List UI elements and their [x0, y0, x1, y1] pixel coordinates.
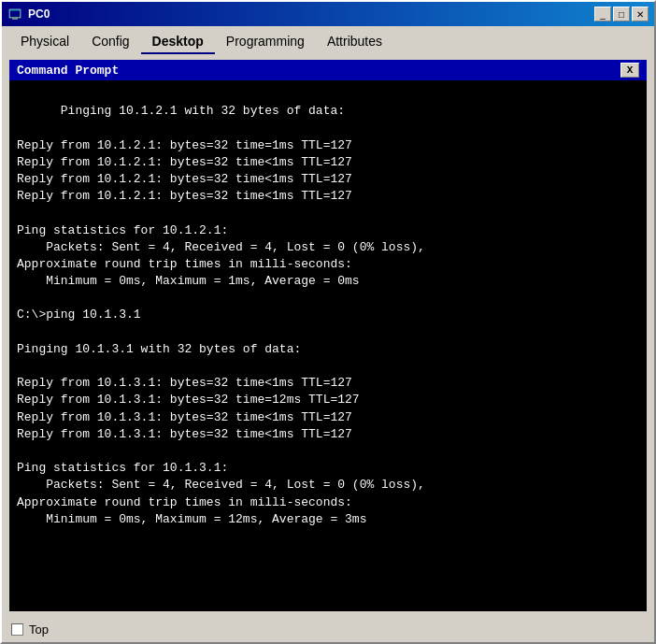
window-controls: _ □ ✕: [594, 7, 649, 21]
tab-bar: Physical Config Desktop Programming Attr…: [2, 26, 654, 54]
tab-physical[interactable]: Physical: [9, 30, 80, 54]
tab-attributes[interactable]: Attributes: [316, 30, 393, 54]
tab-desktop[interactable]: Desktop: [141, 30, 215, 54]
command-prompt-body[interactable]: Pinging 10.1.2.1 with 32 bytes of data: …: [9, 80, 647, 611]
command-prompt-content: Pinging 10.1.2.1 with 32 bytes of data: …: [17, 104, 425, 526]
command-prompt-title: Command Prompt: [17, 64, 119, 78]
svg-rect-2: [10, 10, 20, 17]
command-prompt-close[interactable]: X: [620, 63, 639, 78]
main-window: PC0 _ □ ✕ Physical Config Desktop Progra…: [0, 0, 656, 644]
tab-programming[interactable]: Programming: [215, 30, 316, 54]
close-button[interactable]: ✕: [632, 7, 649, 21]
command-prompt-header: Command Prompt X: [9, 60, 647, 80]
app-icon: [7, 7, 22, 21]
title-bar: PC0 _ □ ✕: [2, 2, 654, 26]
svg-rect-3: [10, 10, 20, 11]
minimize-button[interactable]: _: [594, 7, 611, 21]
tab-config[interactable]: Config: [80, 30, 140, 54]
top-label: Top: [29, 623, 49, 637]
maximize-button[interactable]: □: [613, 7, 630, 21]
content-area: Command Prompt X Pinging 10.1.2.1 with 3…: [9, 60, 647, 611]
window-title: PC0: [28, 7, 589, 21]
svg-rect-1: [12, 18, 18, 20]
top-checkbox[interactable]: [11, 623, 23, 636]
footer: Top: [2, 617, 654, 642]
